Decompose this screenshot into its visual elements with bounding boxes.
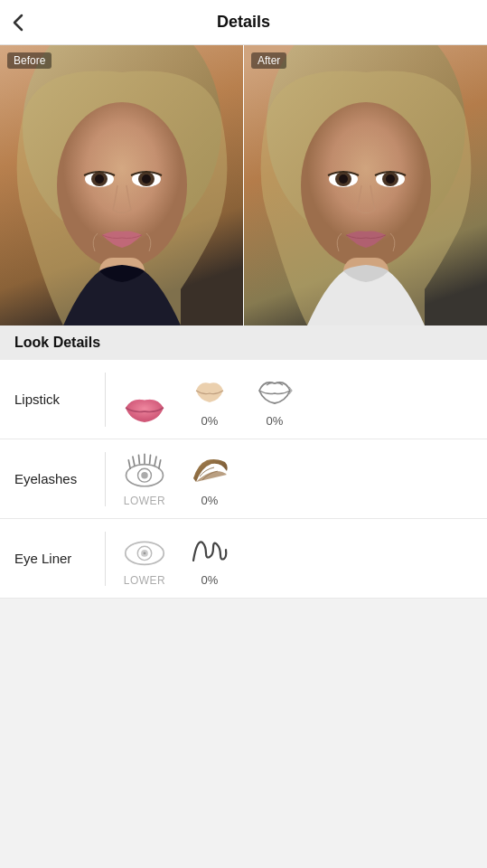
eyeliner-items: LOWER 0%: [120, 530, 487, 587]
svg-line-29: [159, 460, 161, 468]
eyelashes-row: Eyelashes: [0, 439, 487, 519]
eyelashes-lower-label: LOWER: [124, 495, 166, 507]
svg-point-19: [386, 175, 395, 184]
lipstick-item-2[interactable]: 0%: [185, 371, 234, 428]
eyeliner-label: Eye Liner: [14, 551, 105, 566]
eye-open-icon: [120, 531, 169, 571]
lipstick-label: Lipstick: [14, 392, 105, 407]
eyelashes-label: Eyelashes: [14, 471, 105, 486]
eyeliner-item-2[interactable]: 0%: [185, 530, 234, 587]
svg-point-33: [144, 552, 146, 554]
eyeliner-lower-label: LOWER: [124, 574, 166, 587]
eyelashes-item-1[interactable]: LOWER: [120, 451, 169, 507]
svg-point-16: [339, 175, 348, 184]
row-divider-2: [105, 452, 106, 506]
lips-nude-icon: [185, 371, 234, 410]
liner-squiggle-icon: [185, 530, 234, 570]
lipstick-item-3[interactable]: 0%: [250, 371, 299, 428]
eyeliner-item-1[interactable]: LOWER: [120, 531, 169, 587]
svg-line-23: [128, 460, 130, 468]
header: Details: [0, 0, 487, 45]
svg-line-27: [150, 455, 151, 463]
lipstick-nude-value: 0%: [201, 414, 219, 428]
lipstick-item-1[interactable]: [120, 388, 169, 428]
after-label: After: [251, 52, 286, 69]
svg-line-28: [155, 457, 156, 465]
row-divider: [105, 373, 106, 427]
svg-line-24: [133, 457, 135, 465]
svg-point-9: [142, 175, 151, 184]
eyeliner-row: Eye Liner LOWER: [0, 519, 487, 599]
brow-brush-icon: [185, 450, 234, 490]
eyelashes-item-2[interactable]: 0%: [185, 450, 234, 507]
photo-after: After: [244, 45, 487, 326]
before-label: Before: [7, 52, 52, 69]
svg-point-22: [141, 472, 147, 478]
details-list: Lipstick: [0, 360, 487, 599]
photo-strip: Before: [0, 45, 487, 326]
lipstick-outline-value: 0%: [267, 414, 284, 428]
photo-before: Before: [0, 45, 243, 326]
bottom-area: [0, 599, 487, 707]
lips-pink-icon: [120, 388, 169, 428]
lipstick-items: 0% 0%: [120, 371, 487, 428]
svg-line-25: [138, 455, 139, 463]
lipstick-row: Lipstick: [0, 360, 487, 439]
lips-outline-icon: [250, 371, 299, 410]
back-button[interactable]: [13, 14, 23, 32]
eyeliner-squiggle-value: 0%: [201, 573, 219, 587]
page-title: Details: [217, 13, 270, 32]
row-divider-3: [105, 532, 106, 586]
eyelashes-items: LOWER: [120, 450, 487, 507]
eye-lash-icon: [120, 451, 169, 491]
eyelashes-brush-value: 0%: [201, 494, 219, 507]
section-header: Look Details: [0, 326, 487, 360]
svg-point-6: [95, 175, 104, 184]
